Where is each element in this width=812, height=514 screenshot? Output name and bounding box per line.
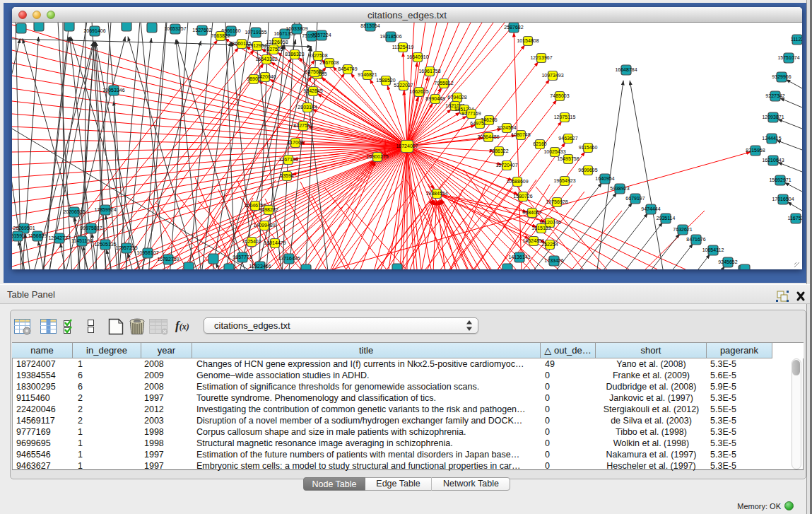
svg-text:16961758: 16961758 [418,69,440,74]
svg-text:19756928: 19756928 [546,199,567,204]
svg-text:11325419: 11325419 [392,45,414,49]
svg-text:11451194: 11451194 [71,238,93,243]
svg-text:13716485: 13716485 [278,256,300,261]
svg-text:9474444: 9474444 [641,206,660,211]
svg-text:8990448: 8990448 [425,96,445,101]
svg-text:10025433: 10025433 [543,149,565,154]
svg-text:3915911: 3915911 [12,233,27,238]
svg-text:12093871: 12093871 [762,115,784,119]
svg-text:16640910: 16640910 [406,54,428,59]
svg-text:99975887: 99975887 [80,226,102,230]
svg-text:7955812: 7955812 [434,81,453,86]
svg-text:116753: 116753 [788,216,802,221]
svg-text:18724007: 18724007 [396,144,418,148]
svg-text:13226058: 13226058 [266,40,288,45]
svg-text:15495758: 15495758 [557,156,579,161]
svg-text:6679197: 6679197 [625,196,645,201]
svg-text:17859924: 17859924 [94,207,116,212]
svg-text:7886322: 7886322 [489,148,508,153]
svg-text:12942737: 12942737 [48,235,70,240]
svg-text:10719155: 10719155 [245,30,266,35]
svg-text:20691406: 20691406 [83,28,105,33]
svg-text:9327505: 9327505 [264,47,283,52]
svg-text:14136141: 14136141 [508,255,530,259]
svg-text:7357224: 7357224 [312,33,331,37]
svg-text:1527602: 1527602 [192,28,211,33]
svg-text:2935114: 2935114 [657,216,676,221]
svg-text:16543382: 16543382 [255,57,277,62]
svg-text:3024554: 3024554 [497,125,516,130]
svg-text:10654112: 10654112 [702,247,724,252]
svg-text:11123: 11123 [791,37,802,42]
svg-text:9777169: 9777169 [461,111,481,116]
svg-text:12975115: 12975115 [554,115,576,119]
svg-text:12505135: 12505135 [94,242,116,247]
svg-text:8813054: 8813054 [360,23,379,28]
svg-text:16914479: 16914479 [264,240,286,245]
svg-text:252254: 252254 [541,242,558,247]
svg-text:9329966: 9329966 [772,74,791,79]
svg-text:7663822: 7663822 [211,33,230,38]
svg-text:9084067: 9084067 [522,210,541,215]
svg-text:6794028: 6794028 [447,95,466,100]
svg-text:19384554: 19384554 [425,191,447,196]
svg-text:10653257: 10653257 [164,26,186,31]
svg-text:14099489: 14099489 [253,223,275,228]
svg-text:1080748: 1080748 [511,132,530,137]
svg-text:1640954: 1640954 [595,176,614,181]
svg-text:5938923: 5938923 [610,186,629,191]
svg-text:9699695: 9699695 [578,168,597,173]
svg-text:1156829: 1156829 [28,233,47,238]
svg-text:7485003: 7485003 [550,93,569,98]
svg-text:20053346: 20053346 [102,88,124,93]
svg-text:2587682: 2587682 [504,25,523,30]
svg-text:7625402: 7625402 [242,239,261,244]
svg-text:16210643: 16210643 [762,158,784,163]
svg-text:1615132: 1615132 [531,226,551,230]
svg-text:1733426: 1733426 [544,258,563,263]
svg-text:12923466: 12923466 [249,264,271,269]
svg-text:15751074: 15751074 [777,55,799,60]
svg-text:9463627: 9463627 [558,136,577,141]
svg-text:26269501: 26269501 [13,226,35,230]
svg-text:19218506: 19218506 [379,34,401,39]
svg-text:17957255: 17957255 [115,245,137,250]
svg-text:9115460: 9115460 [579,145,598,150]
svg-text:1580726: 1580726 [513,194,532,199]
svg-text:10688609: 10688609 [506,179,528,184]
svg-text:10958107: 10958107 [136,250,158,255]
svg-text:17016504: 17016504 [772,197,794,201]
svg-text:16648784: 16648784 [615,67,637,72]
svg-text:20364486: 20364486 [477,134,499,139]
svg-text:2803144: 2803144 [298,105,317,110]
svg-text:8471676: 8471676 [686,237,705,242]
svg-text:2367608: 2367608 [319,60,339,65]
svg-text:9498222: 9498222 [259,207,278,212]
svg-text:9327508: 9327508 [308,53,327,58]
svg-text:1588520: 1588520 [376,78,395,83]
svg-text:1062615: 1062615 [409,89,428,94]
svg-text:15300275: 15300275 [366,154,388,159]
svg-text:9227342: 9227342 [765,93,784,98]
svg-text:7632621: 7632621 [673,227,692,232]
svg-text:3267130: 3267130 [278,157,298,162]
svg-text:9146821: 9146821 [358,72,377,77]
svg-text:9245652: 9245652 [718,259,737,264]
svg-text:53594: 53594 [280,173,294,178]
svg-text:16033809: 16033809 [286,26,307,31]
svg-text:1244415: 1244415 [762,136,781,141]
svg-text:8186323: 8186323 [285,52,304,57]
svg-text:746266: 746266 [481,117,497,122]
svg-text:20206535: 20206535 [63,209,85,214]
svg-text:15692971: 15692971 [769,177,791,182]
svg-text:15720407: 15720407 [495,163,517,168]
svg-text:9242845: 9242845 [303,88,322,93]
svg-text:12213967: 12213967 [530,55,552,60]
svg-text:62160: 62160 [533,141,547,146]
svg-text:98901: 98901 [247,76,261,81]
svg-text:9375685: 9375685 [305,69,324,74]
svg-text:16782759: 16782759 [157,257,179,262]
svg-text:8427552: 8427552 [293,123,312,128]
svg-text:10973493: 10973493 [541,73,563,78]
svg-text:9657771: 9657771 [233,255,252,259]
